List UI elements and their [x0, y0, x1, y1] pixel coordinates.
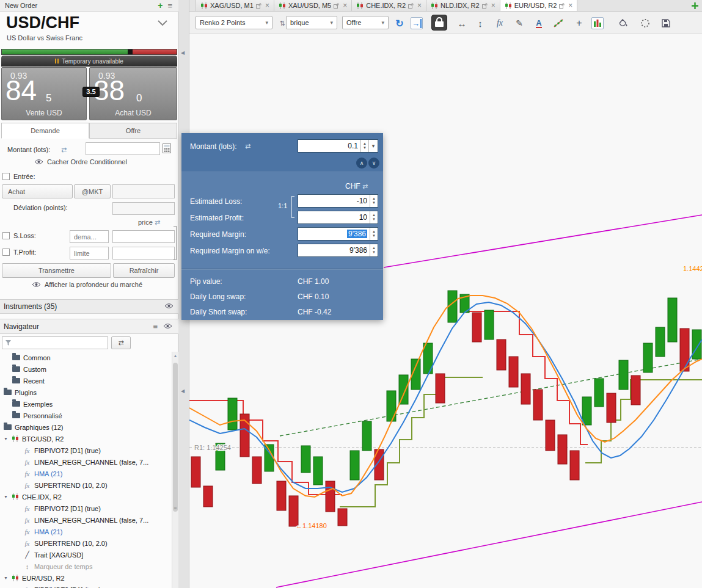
tree-item[interactable]: Exemples: [0, 398, 172, 410]
buy-price-button[interactable]: 0.93 88 0 Achat USD: [89, 67, 177, 120]
chart-tab-nld-idx-r2[interactable]: NLD.IDX, R2×: [426, 0, 500, 11]
settings-icon[interactable]: [639, 17, 651, 29]
popout-icon[interactable]: [482, 3, 488, 9]
style-select[interactable]: brique▾: [286, 16, 337, 29]
stepper-icon[interactable]: ▲▼: [370, 228, 378, 240]
chart-type-icon[interactable]: [591, 17, 604, 29]
required-margin-input[interactable]: 9'386 ▲▼: [298, 227, 378, 241]
collapse-down-button[interactable]: ∨: [368, 158, 379, 169]
symbol-dropdown-icon[interactable]: [158, 20, 167, 27]
market-type-button[interactable]: @MKT: [74, 184, 111, 198]
submit-button[interactable]: Transmettre: [2, 263, 111, 278]
navigator-header[interactable]: Navigateur ≡: [0, 319, 178, 334]
navigator-menu-icon[interactable]: ≡: [153, 322, 158, 331]
tree-item[interactable]: ↕Marqueur de temps: [0, 561, 172, 572]
pin-add-icon[interactable]: +: [158, 2, 163, 9]
draw-icon[interactable]: ✎: [513, 17, 525, 29]
stepper-icon[interactable]: ▲▼: [360, 140, 368, 152]
close-tab-icon[interactable]: ×: [491, 1, 495, 10]
close-tab-icon[interactable]: ×: [343, 1, 347, 10]
popup-amount-swap-icon[interactable]: ⇄: [245, 142, 250, 150]
price-swap-icon[interactable]: ⇄: [155, 219, 160, 226]
expander-icon[interactable]: ▼: [4, 437, 9, 441]
deviation-input[interactable]: [112, 202, 175, 215]
symbol-name[interactable]: USD/CHF: [6, 13, 79, 32]
stepper-icon[interactable]: ▲▼: [370, 195, 378, 207]
text-tool-icon[interactable]: A: [533, 17, 545, 29]
collapse-left-icon[interactable]: ◀: [181, 50, 185, 56]
lock-icon[interactable]: [431, 15, 447, 31]
tree-item[interactable]: fxHMA (21): [0, 468, 172, 479]
currency-swap-icon[interactable]: ⇄: [362, 183, 368, 190]
chart-tab-xau-usd-m5[interactable]: XAU/USD, M5×: [274, 0, 352, 11]
tree-item[interactable]: Graphiques (12): [0, 421, 172, 433]
tree-item[interactable]: ╱Trait [XAG/USD]: [0, 549, 172, 561]
collapse-left-icon[interactable]: ◀: [181, 388, 185, 394]
crosshair-icon[interactable]: +: [573, 17, 585, 29]
scrollbar-thumb[interactable]: ≡: [173, 363, 178, 512]
tree-item[interactable]: Common: [0, 352, 172, 363]
close-tab-icon[interactable]: ×: [265, 1, 269, 10]
estimated-loss-input[interactable]: -10 ▲▼: [298, 194, 378, 208]
popout-icon[interactable]: [559, 3, 565, 9]
refresh-order-button[interactable]: Rafraîchir: [113, 263, 175, 278]
market-depth-row[interactable]: Afficher la profondeur du marché: [32, 281, 142, 288]
jump-to-end-icon[interactable]: →: [411, 17, 423, 29]
tree-item[interactable]: Personnalisé: [0, 410, 172, 421]
take-profit-input[interactable]: [112, 247, 175, 260]
price-type-select[interactable]: Offre▾: [342, 16, 389, 29]
eye-icon[interactable]: [164, 303, 178, 310]
chart-tab-xag-usd-m1[interactable]: XAG/USD, M1×: [196, 0, 274, 11]
popup-amount-input[interactable]: 0.1 ▲▼ ▾: [298, 139, 378, 153]
tree-item[interactable]: Custom: [0, 363, 172, 375]
chart-tab-che-idx-r2[interactable]: CHE.IDX, R2×: [352, 0, 426, 11]
background-icon[interactable]: [617, 17, 629, 29]
take-profit-checkbox[interactable]: [2, 249, 10, 256]
fx-indicators-icon[interactable]: fx: [494, 17, 506, 29]
close-tab-icon[interactable]: ×: [568, 1, 572, 10]
period-select[interactable]: Renko 2 Points▾: [196, 16, 272, 29]
hide-conditional-row[interactable]: Cacher Ordre Conditionnel: [34, 158, 127, 165]
entry-checkbox[interactable]: [2, 173, 10, 180]
stepper-icon[interactable]: ▲▼: [370, 211, 378, 223]
expander-icon[interactable]: ▼: [4, 495, 9, 499]
trend-icon[interactable]: [552, 17, 565, 29]
stepper-icon[interactable]: ▲▼: [370, 244, 378, 256]
stop-loss-checkbox[interactable]: [2, 232, 10, 239]
popout-icon[interactable]: [334, 3, 339, 9]
vertical-scale-icon[interactable]: ↕: [474, 17, 486, 29]
take-profit-mode-select[interactable]: limite: [70, 247, 109, 260]
tree-item[interactable]: fxFIBPIVOT2 [D1] (true): [0, 445, 172, 456]
add-chart-icon[interactable]: [691, 2, 699, 11]
dropdown-icon[interactable]: ▾: [368, 140, 378, 152]
tree-item[interactable]: fxHMA (21): [0, 526, 172, 537]
navigator-filter-input[interactable]: [2, 336, 108, 349]
save-icon[interactable]: [660, 17, 672, 29]
entry-price-input[interactable]: [112, 184, 175, 198]
tree-item[interactable]: fxLINEAR_REGR_CHANNEL (false, 7...: [0, 514, 172, 526]
scroll-up-icon[interactable]: ▲: [172, 352, 178, 358]
tree-item[interactable]: fxSUPERTREND (10, 2.0): [0, 537, 172, 549]
tree-item[interactable]: fxFIBPIVOT2 [D1] (true): [0, 503, 172, 514]
stop-loss-input[interactable]: [112, 230, 175, 243]
tree-item[interactable]: ▼EUR/USD, R2: [0, 572, 172, 584]
tree-item[interactable]: fxSUPERTREND (10, 2.0): [0, 479, 172, 491]
estimated-profit-input[interactable]: 10 ▲▼: [298, 211, 378, 224]
refresh-icon[interactable]: ↻: [393, 17, 406, 29]
tree-item[interactable]: ▼BTC/USD, R2: [0, 433, 172, 445]
amount-input[interactable]: [86, 142, 160, 155]
tree-item[interactable]: fxLINEAR_REGR_CHANNEL (false, 7...: [0, 456, 172, 468]
tab-offre[interactable]: Offre: [89, 123, 177, 139]
tree-item[interactable]: Plugins: [0, 387, 172, 398]
sell-price-button[interactable]: 0.93 84 5 Vente USD: [1, 67, 87, 120]
expander-icon[interactable]: ▼: [4, 576, 9, 580]
popout-icon[interactable]: [408, 3, 414, 9]
tree-item[interactable]: Recent: [0, 375, 172, 387]
calculator-icon[interactable]: [163, 143, 171, 154]
eye-icon[interactable]: [163, 323, 172, 330]
side-button[interactable]: Achat: [2, 184, 73, 198]
navigator-swap-button[interactable]: ⇄: [111, 336, 131, 349]
navigator-scrollbar[interactable]: ▲ ≡: [172, 352, 178, 588]
stop-loss-mode-select[interactable]: dema...: [70, 230, 109, 243]
tree-item[interactable]: ▼CHE.IDX, R2: [0, 491, 172, 503]
